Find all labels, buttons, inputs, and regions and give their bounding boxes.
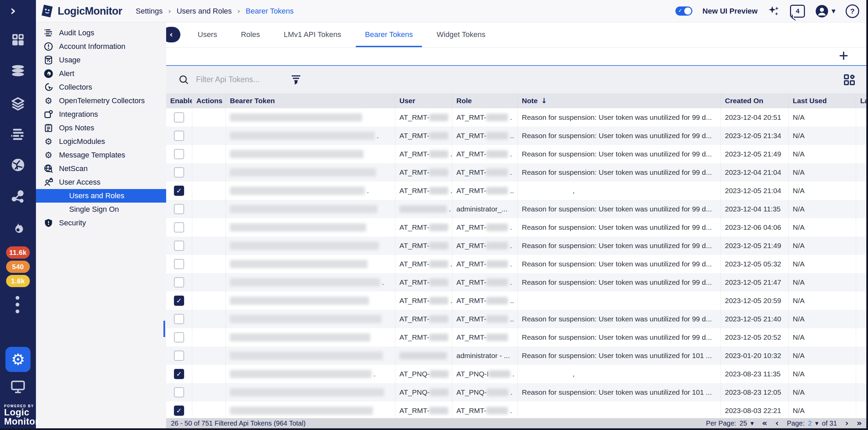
sidebar-item-collectors[interactable]: Collectors — [36, 80, 166, 94]
filter-funnel-icon[interactable] — [290, 74, 302, 86]
enable-checkbox[interactable] — [174, 167, 184, 177]
enable-checkbox[interactable]: ✓ — [174, 186, 184, 196]
column-header-last-used[interactable]: Last Used — [789, 93, 856, 108]
dashboards-icon[interactable] — [0, 33, 36, 47]
table-row: AT_PNQ-AT_PNQ-.Reason for suspension: Us… — [166, 383, 868, 401]
actions-cell — [192, 328, 226, 347]
sidebar-item-integrations[interactable]: Integrations — [36, 108, 166, 121]
audit-logs-icon — [43, 28, 54, 38]
enable-checkbox[interactable] — [174, 351, 184, 361]
enable-checkbox[interactable] — [174, 222, 184, 232]
created-on-cell: 2023-12-05 20:52 — [721, 328, 789, 347]
reports-icon[interactable] — [0, 127, 36, 142]
last-used-cell: N/A — [789, 365, 856, 383]
enable-checkbox[interactable]: ✓ — [174, 369, 184, 379]
sidebar-item-single-sign-on[interactable]: Single Sign On — [36, 203, 166, 216]
actions-cell — [192, 200, 226, 218]
resources-icon[interactable] — [0, 64, 36, 79]
redacted-user — [429, 242, 448, 249]
user-menu[interactable]: ▼ — [815, 4, 835, 18]
enable-checkbox[interactable] — [174, 259, 184, 269]
sidebar-item-security[interactable]: Security — [36, 216, 166, 230]
breadcrumb-users-and-roles[interactable]: Users and Roles — [177, 7, 232, 16]
sidebar-item-alert[interactable]: Alert — [36, 67, 166, 80]
column-header-enable[interactable]: Enable — [166, 93, 192, 108]
alerts-icon[interactable] — [0, 221, 36, 236]
enable-checkbox[interactable] — [174, 314, 184, 324]
role-cell: administrator - ... — [452, 347, 518, 365]
column-header-role[interactable]: Role — [452, 93, 518, 108]
note-cell: Reason for suspension: User token was un… — [518, 200, 721, 218]
previous-page-button[interactable]: ‹ — [775, 419, 779, 427]
enable-cell — [166, 237, 192, 255]
enable-checkbox[interactable] — [174, 112, 184, 123]
add-token-button[interactable]: + — [839, 47, 848, 64]
feedback-icon[interactable]: 4 — [790, 5, 805, 18]
tab-bearer-tokens[interactable]: Bearer Tokens — [353, 22, 425, 47]
column-header-actions[interactable]: Actions — [192, 93, 226, 108]
filter-input[interactable] — [195, 75, 298, 85]
role-cell: AT_RMT- — [452, 328, 518, 347]
role-cell: AT_RMT-. — [452, 237, 518, 255]
sparkles-ai-icon[interactable] — [768, 5, 780, 17]
bearer-token-cell: . — [226, 365, 395, 383]
enable-checkbox[interactable] — [174, 387, 184, 397]
tab-users[interactable]: Users — [186, 22, 229, 47]
next-page-button[interactable]: › — [845, 419, 849, 427]
enable-checkbox[interactable] — [174, 204, 184, 214]
warning-alerts-badge[interactable]: 1.6k — [6, 275, 30, 287]
last-page-button[interactable]: » — [856, 419, 862, 427]
topology-icon[interactable] — [0, 189, 36, 204]
tab-roles[interactable]: Roles — [229, 22, 272, 47]
actions-cell — [192, 383, 226, 401]
column-header-note[interactable]: Note↓ — [518, 93, 721, 108]
mapping-icon[interactable] — [0, 157, 36, 172]
enable-checkbox[interactable] — [174, 149, 184, 159]
redacted-token — [230, 278, 380, 286]
enable-checkbox[interactable] — [174, 241, 184, 251]
remote-session-icon[interactable] — [0, 379, 36, 394]
sidebar-item-audit-logs[interactable]: Audit Logs — [36, 26, 166, 40]
sidebar-item-logicmodules[interactable]: ⚙LogicModules — [36, 135, 166, 148]
redacted-token — [230, 333, 370, 341]
enable-checkbox[interactable] — [174, 131, 184, 141]
redacted-role — [486, 224, 508, 231]
expand-sidebar-icon[interactable]: › — [10, 3, 16, 18]
more-icon[interactable] — [16, 296, 19, 313]
redacted-user — [429, 260, 448, 268]
websites-icon[interactable] — [0, 96, 36, 111]
sidebar-item-label: Usage — [59, 56, 81, 64]
sidebar-item-usage[interactable]: Usage — [36, 53, 166, 67]
role-cell: AT_PNQ-. — [452, 383, 518, 401]
help-icon[interactable]: ? — [846, 4, 859, 18]
sidebar-item-account-information[interactable]: Account Information — [36, 40, 166, 53]
error-alerts-badge[interactable]: 540 — [6, 261, 30, 273]
settings-icon[interactable]: ⚙ — [5, 347, 31, 372]
breadcrumb-bearer-tokens[interactable]: Bearer Tokens — [246, 7, 294, 16]
enable-checkbox[interactable]: ✓ — [174, 406, 184, 416]
column-header-bearer-token[interactable]: Bearer Token — [226, 93, 395, 108]
sidebar-item-message-templates[interactable]: ⚙Message Templates — [36, 148, 166, 162]
sidebar-item-opentelemetry-collectors[interactable]: ⚙OpenTelemetry Collectors — [36, 94, 166, 108]
pagination-bar: 26 - 50 of 751 Filtered Api Tokens (964 … — [166, 418, 868, 428]
enable-checkbox[interactable] — [174, 332, 184, 342]
user-cell: AT_RMT- — [395, 310, 452, 328]
current-page-value[interactable]: 2 — [808, 419, 812, 427]
new-ui-preview-toggle[interactable]: ✓ — [675, 6, 692, 16]
tab-widget-tokens[interactable]: Widget Tokens — [425, 22, 497, 47]
tab-lmv1-api-tokens[interactable]: LMv1 API Tokens — [272, 22, 353, 47]
column-settings-icon[interactable] — [843, 73, 856, 86]
sidebar-item-user-access[interactable]: User Access — [36, 175, 166, 189]
enable-checkbox[interactable] — [174, 277, 184, 287]
sidebar-item-ops-notes[interactable]: Ops Notes — [36, 121, 166, 135]
per-page-select[interactable]: Per Page: 25 ▼ — [706, 419, 754, 427]
breadcrumb-settings[interactable]: Settings — [136, 7, 163, 16]
enable-checkbox[interactable]: ✓ — [174, 296, 184, 306]
first-page-button[interactable]: « — [762, 419, 767, 427]
sidebar-item-label: Message Templates — [59, 151, 125, 160]
column-header-user[interactable]: User — [395, 93, 452, 108]
sidebar-item-netscan[interactable]: NetScan — [36, 162, 166, 175]
column-header-created-on[interactable]: Created On — [721, 93, 789, 108]
critical-alerts-badge[interactable]: 11.6k — [6, 246, 30, 259]
sidebar-item-users-and-roles[interactable]: Users and Roles — [36, 189, 166, 203]
